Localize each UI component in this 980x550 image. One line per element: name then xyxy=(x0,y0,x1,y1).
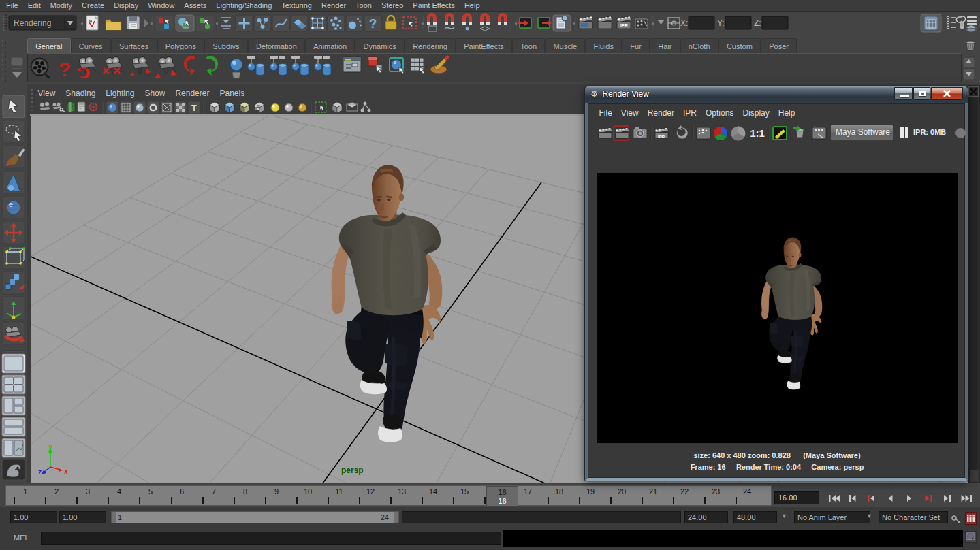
svg-text:1:1: 1:1 xyxy=(750,127,765,139)
svg-text:IPR: IPR xyxy=(658,135,665,139)
svg-text:T: T xyxy=(191,103,197,113)
